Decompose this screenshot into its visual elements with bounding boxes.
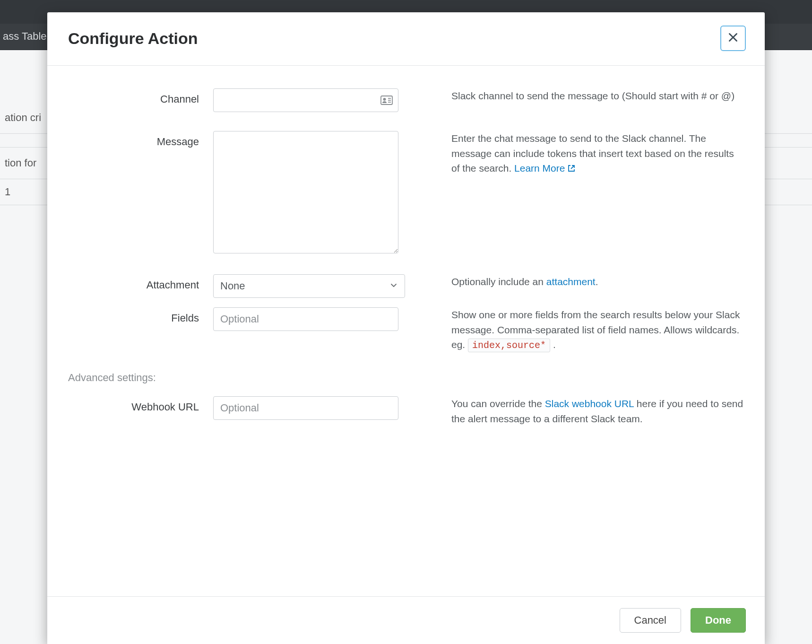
channel-row: Channel Slack <box>68 88 744 112</box>
contact-card-icon[interactable] <box>380 95 393 106</box>
message-help: Enter the chat message to send to the Sl… <box>398 131 744 176</box>
attachment-help-pre: Optionally include an <box>451 276 546 287</box>
close-icon <box>727 31 739 45</box>
modal-footer: Cancel Done <box>47 596 765 644</box>
attachment-select[interactable]: None <box>213 274 405 298</box>
channel-help: Slack channel to send the message to (Sh… <box>398 88 744 104</box>
fields-label: Fields <box>68 307 213 324</box>
attachment-link[interactable]: attachment <box>546 276 596 287</box>
modal-title: Configure Action <box>68 29 198 48</box>
attachment-selected-value: None <box>220 280 245 292</box>
message-textarea[interactable] <box>213 131 398 253</box>
modal-header: Configure Action <box>47 12 765 66</box>
message-help-text: Enter the chat message to send to the Sl… <box>451 133 734 174</box>
attachment-help-post: . <box>596 276 598 287</box>
advanced-settings-heading: Advanced settings: <box>68 372 744 384</box>
chevron-down-icon <box>389 280 398 292</box>
attachment-row: Attachment None Optionally include an at… <box>68 274 744 298</box>
fields-code-example: index,source* <box>468 339 550 352</box>
learn-more-link[interactable]: Learn More <box>514 163 575 174</box>
external-link-icon <box>568 161 575 176</box>
close-button[interactable] <box>720 26 746 51</box>
svg-point-3 <box>383 98 386 101</box>
fields-help-post: . <box>550 339 556 350</box>
message-row: Message Enter the chat message to send t… <box>68 131 744 255</box>
attachment-help: Optionally include an attachment. <box>398 274 744 289</box>
configure-action-modal: Configure Action Channel <box>47 12 765 644</box>
done-button[interactable]: Done <box>691 608 746 633</box>
message-label: Message <box>68 131 213 148</box>
modal-body: Channel Slack <box>47 66 765 596</box>
webhook-help-pre: You can override the <box>451 398 545 409</box>
attachment-label: Attachment <box>68 274 213 291</box>
webhook-help: You can override the Slack webhook URL h… <box>398 396 744 426</box>
webhook-label: Webhook URL <box>68 396 213 413</box>
fields-row: Fields Show one or more fields from the … <box>68 307 744 353</box>
webhook-row: Webhook URL You can override the Slack w… <box>68 396 744 426</box>
fields-input[interactable] <box>213 307 398 331</box>
channel-label: Channel <box>68 88 213 105</box>
webhook-input[interactable] <box>213 396 398 420</box>
slack-webhook-url-link[interactable]: Slack webhook URL <box>545 398 634 409</box>
cancel-button[interactable]: Cancel <box>620 608 681 633</box>
fields-help: Show one or more fields from the search … <box>398 307 744 353</box>
channel-input[interactable] <box>213 88 398 112</box>
